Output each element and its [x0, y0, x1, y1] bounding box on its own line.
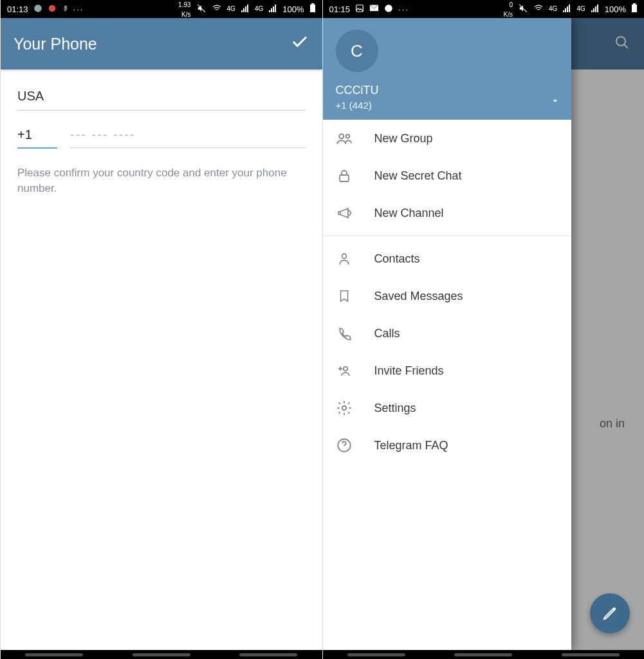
svg-point-1 — [48, 5, 55, 12]
menu-item-label: Telegram FAQ — [374, 439, 448, 452]
menu-item-label: Saved Messages — [374, 290, 463, 303]
menu-divider — [323, 236, 571, 236]
menu-item-label: Settings — [374, 402, 416, 415]
avatar[interactable]: C — [336, 30, 378, 72]
menu-item-label: New Secret Chat — [374, 169, 462, 183]
menu-item-new-secret-chat[interactable]: New Secret Chat — [323, 157, 571, 194]
country-code-input[interactable]: +1 — [17, 122, 57, 149]
nav-recent[interactable] — [347, 653, 405, 656]
status-time: 01:13 — [7, 5, 28, 14]
menu-item-label: Invite Friends — [374, 364, 444, 378]
menu-item-calls[interactable]: Calls — [323, 315, 571, 352]
android-nav-bar — [323, 650, 645, 659]
phone-number-input[interactable]: --- --- ---- — [70, 122, 306, 148]
menu-item-new-channel[interactable]: New Channel — [323, 194, 571, 232]
menu-item-label: Calls — [374, 327, 400, 340]
signal-icon-2 — [268, 5, 277, 14]
status-app-icon — [33, 4, 42, 15]
confirm-button[interactable] — [290, 32, 309, 56]
navigation-drawer: C CCCiTU +1 (442) New GroupNew Secret Ch… — [323, 18, 571, 650]
mute-icon — [196, 4, 207, 15]
app-header: Your Phone — [1, 18, 322, 70]
phone-form: USA +1 --- --- ---- Please confirm your … — [1, 70, 322, 210]
page-title: Your Phone — [14, 35, 97, 53]
status-net-1: 4G — [227, 6, 235, 12]
nav-back[interactable] — [562, 653, 620, 656]
phone-icon — [336, 326, 353, 341]
invite-icon — [336, 363, 353, 378]
menu-item-label: New Channel — [374, 207, 444, 220]
status-net-2: 4G — [255, 6, 263, 12]
compose-fab[interactable] — [590, 593, 630, 633]
nav-recent[interactable] — [25, 653, 83, 656]
menu-item-telegram-faq[interactable]: Telegram FAQ — [323, 427, 571, 464]
svg-rect-4 — [311, 3, 314, 5]
svg-point-16 — [342, 254, 346, 259]
battery-icon — [309, 3, 316, 15]
menu-item-saved-messages[interactable]: Saved Messages — [323, 277, 571, 315]
nav-back[interactable] — [239, 653, 297, 656]
svg-point-0 — [34, 5, 42, 12]
group-icon — [336, 130, 353, 147]
menu-item-contacts[interactable]: Contacts — [323, 240, 571, 277]
lock-icon — [336, 167, 353, 184]
wifi-icon — [212, 4, 222, 15]
svg-rect-15 — [340, 175, 349, 181]
bookmark-icon — [336, 288, 353, 304]
person-icon — [336, 250, 353, 267]
screen-your-phone: 01:13 ··· 1.93K/s 4G 4G — [0, 0, 322, 659]
megaphone-icon — [336, 205, 353, 221]
status-bt-icon — [62, 4, 68, 15]
help-icon — [336, 437, 353, 454]
status-bar: 01:13 ··· 1.93K/s 4G 4G — [1, 0, 322, 18]
menu-item-new-group[interactable]: New Group — [323, 120, 571, 157]
country-select[interactable]: USA — [17, 84, 306, 111]
status-alert-icon — [48, 4, 57, 15]
menu-item-invite-friends[interactable]: Invite Friends — [323, 352, 571, 389]
svg-point-17 — [343, 367, 347, 371]
status-battery-pct: 100% — [282, 5, 304, 14]
signal-icon-1 — [241, 5, 250, 14]
screen-drawer: 01:15 ··· 0K/s 4G 4G 100% — [322, 0, 645, 659]
status-more-icon: ··· — [73, 5, 84, 14]
drawer-username: CCCiTU — [336, 84, 558, 97]
account-toggle[interactable] — [551, 97, 560, 108]
menu-item-label: Contacts — [374, 252, 420, 266]
gear-icon — [336, 400, 353, 416]
drawer-phone: +1 (442) — [336, 100, 558, 111]
drawer-header: C CCCiTU +1 (442) — [323, 18, 571, 120]
drawer-menu: New GroupNew Secret ChatNew Channel Cont… — [323, 120, 571, 650]
svg-rect-3 — [310, 5, 315, 12]
nav-home[interactable] — [454, 653, 512, 656]
menu-item-label: New Group — [374, 132, 433, 145]
svg-point-13 — [339, 134, 344, 138]
status-speed: 1.93K/s — [178, 0, 190, 19]
menu-item-settings[interactable]: Settings — [323, 389, 571, 427]
android-nav-bar — [1, 650, 322, 659]
svg-point-14 — [345, 135, 349, 138]
helper-text: Please confirm your country code and ent… — [17, 165, 306, 196]
nav-home[interactable] — [133, 653, 190, 656]
svg-point-18 — [342, 406, 346, 411]
